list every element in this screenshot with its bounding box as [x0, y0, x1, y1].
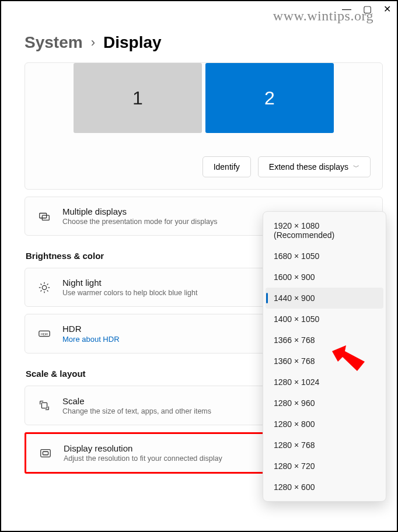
resolution-option[interactable]: 1280 × 1024 — [263, 372, 386, 393]
resolution-icon — [38, 447, 53, 460]
close-icon[interactable]: ✕ — [383, 4, 391, 15]
svg-rect-14 — [41, 449, 51, 457]
svg-point-2 — [42, 285, 46, 289]
svg-line-8 — [47, 290, 48, 291]
maximize-icon[interactable]: ▢ — [363, 4, 372, 15]
identify-button[interactable]: Identify — [203, 156, 251, 177]
breadcrumb-parent[interactable]: System — [25, 33, 83, 52]
resolution-option[interactable]: 1280 × 800 — [263, 414, 386, 435]
resolution-option[interactable]: 1440 × 900 — [266, 288, 383, 309]
svg-line-10 — [47, 284, 48, 285]
identify-label: Identify — [214, 162, 240, 172]
monitor-2[interactable]: 2 — [205, 63, 334, 133]
extend-label: Extend these displays — [269, 162, 348, 172]
svg-text:HDR: HDR — [41, 332, 48, 336]
chevron-right-icon: › — [91, 35, 95, 50]
hdr-icon: HDR — [37, 327, 52, 340]
page-title: Display — [103, 33, 162, 52]
resolution-dropdown[interactable]: 1920 × 1080 (Recommended)1680 × 10501600… — [263, 211, 386, 502]
minimize-icon[interactable]: — — [342, 4, 351, 15]
resolution-option[interactable]: 1400 × 1050 — [263, 309, 386, 330]
resolution-option[interactable]: 1280 × 720 — [263, 456, 386, 477]
svg-line-7 — [40, 284, 41, 285]
svg-rect-15 — [43, 452, 48, 455]
breadcrumb: System › Display — [25, 33, 383, 52]
resolution-option[interactable]: 1600 × 900 — [263, 267, 386, 288]
monitor-arrangement-card: 1 2 Identify Extend these displays ﹀ — [25, 62, 383, 190]
resolution-option[interactable]: 1280 × 768 — [263, 435, 386, 456]
extend-displays-button[interactable]: Extend these displays ﹀ — [258, 156, 371, 177]
sun-icon — [37, 281, 52, 294]
resolution-option[interactable]: 1280 × 600 — [263, 477, 386, 498]
scale-icon — [37, 399, 52, 412]
displays-icon — [37, 210, 52, 223]
resolution-option[interactable]: 1680 × 1050 — [263, 246, 386, 267]
svg-rect-13 — [41, 402, 47, 408]
resolution-option[interactable]: 1920 × 1080 (Recommended) — [263, 215, 386, 246]
chevron-down-icon: ﹀ — [353, 163, 359, 172]
svg-line-9 — [40, 290, 41, 291]
monitor-1[interactable]: 1 — [74, 63, 202, 133]
resolution-option[interactable]: 1280 × 960 — [263, 393, 386, 414]
resolution-option[interactable]: 1366 × 768 — [263, 330, 386, 351]
resolution-option[interactable]: 1360 × 768 — [263, 351, 386, 372]
